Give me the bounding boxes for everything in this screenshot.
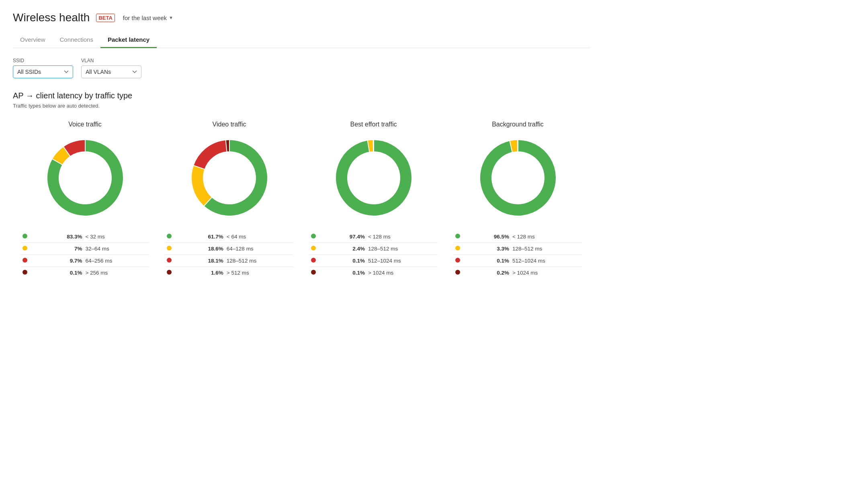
donut-voice (45, 138, 125, 218)
chart-card-background: Background traffic 96.5% < 128 ms 3.3% 1… (446, 121, 590, 279)
legend-dot (167, 258, 172, 263)
legend-range: > 1024 ms (511, 267, 582, 279)
legend-pct: 96.5% (469, 231, 511, 243)
legend-pct: 1.6% (182, 267, 225, 279)
legend-row: 2.4% 128–512 ms (309, 242, 438, 255)
legend-dot (455, 234, 460, 238)
legend-dot (311, 234, 316, 238)
chart-card-video: Video traffic 61.7% < 64 ms 18.6% 64–128… (157, 121, 301, 279)
legend-range: < 128 ms (511, 231, 582, 243)
legend-pct: 0.1% (469, 255, 511, 267)
legend-pct: 83.3% (38, 231, 84, 243)
vlan-select[interactable]: All VLANs (81, 65, 141, 78)
legend-dot (455, 258, 460, 263)
tabs-nav: Overview Connections Packet latency (13, 32, 590, 48)
legend-range: 64–128 ms (225, 242, 293, 255)
legend-range: 512–1024 ms (511, 255, 582, 267)
chart-card-best_effort: Best effort traffic 97.4% < 128 ms 2.4% … (301, 121, 446, 279)
legend-range: < 64 ms (225, 231, 293, 243)
legend-pct: 3.3% (469, 242, 511, 255)
legend-pct: 0.1% (325, 255, 366, 267)
legend-pct: 2.4% (325, 242, 366, 255)
tab-connections[interactable]: Connections (53, 32, 100, 48)
legend-row: 0.1% 512–1024 ms (309, 255, 438, 267)
legend-background: 96.5% < 128 ms 3.3% 128–512 ms 0.1% 512–… (454, 231, 582, 279)
donut-best_effort (334, 138, 414, 218)
chart-title-best_effort: Best effort traffic (350, 121, 397, 128)
legend-pct: 9.7% (38, 255, 84, 267)
legend-row: 61.7% < 64 ms (165, 231, 293, 243)
page-header: Wireless health BETA for the last week ▼ (13, 11, 590, 24)
legend-row: 0.1% > 256 ms (21, 267, 149, 279)
donut-background (478, 138, 558, 218)
legend-dot (23, 234, 27, 238)
legend-row: 0.1% 512–1024 ms (454, 255, 582, 267)
vlan-filter-group: VLAN All VLANs (81, 58, 141, 78)
legend-dot (167, 270, 172, 275)
legend-dot (167, 246, 172, 251)
legend-dot (23, 246, 27, 251)
legend-row: 96.5% < 128 ms (454, 231, 582, 243)
chart-title-voice: Voice traffic (68, 121, 101, 128)
legend-range: > 1024 ms (366, 267, 438, 279)
legend-best_effort: 97.4% < 128 ms 2.4% 128–512 ms 0.1% 512–… (309, 231, 438, 279)
legend-pct: 0.1% (38, 267, 84, 279)
chevron-down-icon: ▼ (169, 15, 173, 20)
legend-pct: 7% (38, 242, 84, 255)
legend-dot (455, 246, 460, 251)
ssid-label: SSID (13, 58, 73, 63)
legend-range: 512–1024 ms (366, 255, 438, 267)
legend-range: > 512 ms (225, 267, 293, 279)
legend-pct: 0.2% (469, 267, 511, 279)
legend-dot (167, 234, 172, 238)
legend-dot (23, 270, 27, 275)
legend-row: 83.3% < 32 ms (21, 231, 149, 243)
page-container: Wireless health BETA for the last week ▼… (0, 0, 603, 298)
section-title: AP → client latency by traffic type (13, 91, 590, 100)
legend-video: 61.7% < 64 ms 18.6% 64–128 ms 18.1% 128–… (165, 231, 293, 279)
legend-row: 18.1% 128–512 ms (165, 255, 293, 267)
chart-title-video: Video traffic (213, 121, 246, 128)
beta-badge: BETA (96, 14, 115, 22)
legend-row: 1.6% > 512 ms (165, 267, 293, 279)
legend-row: 7% 32–64 ms (21, 242, 149, 255)
legend-range: 64–256 ms (84, 255, 149, 267)
legend-row: 18.6% 64–128 ms (165, 242, 293, 255)
legend-row: 97.4% < 128 ms (309, 231, 438, 243)
chart-title-background: Background traffic (492, 121, 544, 128)
legend-range: 128–512 ms (366, 242, 438, 255)
legend-row: 3.3% 128–512 ms (454, 242, 582, 255)
chart-card-voice: Voice traffic 83.3% < 32 ms 7% 32–64 ms … (13, 121, 157, 279)
legend-dot (311, 270, 316, 275)
legend-pct: 18.1% (182, 255, 225, 267)
legend-dot (23, 258, 27, 263)
legend-range: < 128 ms (366, 231, 438, 243)
legend-dot (455, 270, 460, 275)
legend-pct: 0.1% (325, 267, 366, 279)
legend-dot (311, 258, 316, 263)
filters-row: SSID All SSIDs VLAN All VLANs (13, 58, 590, 78)
ssid-select[interactable]: All SSIDs (13, 65, 73, 78)
charts-row: Voice traffic 83.3% < 32 ms 7% 32–64 ms … (13, 121, 590, 279)
legend-range: 128–512 ms (225, 255, 293, 267)
legend-range: 128–512 ms (511, 242, 582, 255)
legend-pct: 18.6% (182, 242, 225, 255)
legend-pct: 61.7% (182, 231, 225, 243)
time-label: for the last week (123, 14, 167, 21)
tab-overview[interactable]: Overview (13, 32, 53, 48)
tab-packet-latency[interactable]: Packet latency (100, 32, 157, 48)
vlan-label: VLAN (81, 58, 141, 63)
legend-pct: 97.4% (325, 231, 366, 243)
time-selector[interactable]: for the last week ▼ (123, 14, 173, 21)
legend-voice: 83.3% < 32 ms 7% 32–64 ms 9.7% 64–256 ms… (21, 231, 149, 279)
section-subtitle: Traffic types below are auto detected. (13, 103, 590, 109)
legend-dot (311, 246, 316, 251)
section-header: AP → client latency by traffic type Traf… (13, 91, 590, 109)
legend-row: 0.1% > 1024 ms (309, 267, 438, 279)
legend-range: < 32 ms (84, 231, 149, 243)
donut-video (189, 138, 270, 218)
legend-range: 32–64 ms (84, 242, 149, 255)
page-title: Wireless health (13, 11, 90, 24)
legend-range: > 256 ms (84, 267, 149, 279)
ssid-filter-group: SSID All SSIDs (13, 58, 73, 78)
